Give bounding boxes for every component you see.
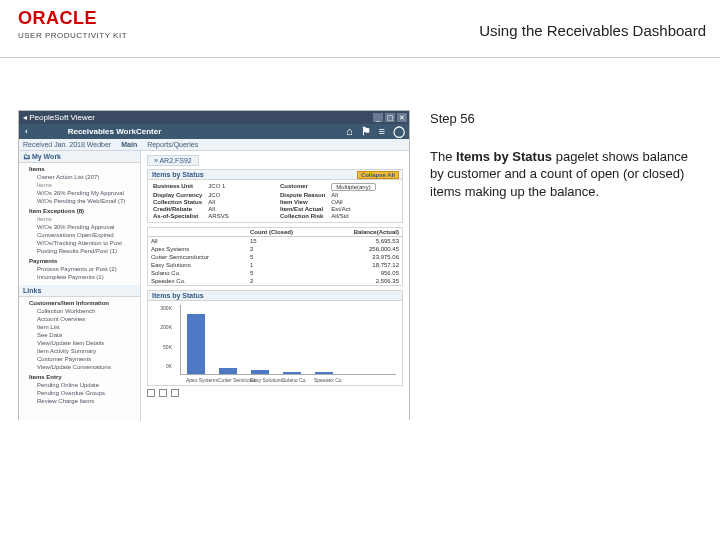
sidebar-item[interactable]: W/Os 30% Pending Approval — [29, 223, 136, 231]
sidebar-item[interactable]: Pending Online Update — [29, 381, 136, 389]
chart-x-label: Apex Systems — [186, 377, 204, 383]
home-icon[interactable]: ⌂ — [346, 125, 353, 138]
sidebar-item[interactable]: Item Exceptions (8) — [29, 207, 136, 215]
table-row: Apex Systems2256,000.45 — [148, 245, 402, 253]
minimize-icon[interactable]: _ — [373, 113, 383, 122]
sidebar-item[interactable]: Items Entry — [29, 373, 136, 381]
sidebar-item[interactable]: Item Activity Summary — [29, 347, 136, 355]
sidebar-item[interactable]: Items — [29, 165, 136, 173]
chart-bar — [219, 368, 237, 374]
chart-bar — [251, 370, 269, 374]
nav-tab-main[interactable]: Main — [121, 141, 137, 148]
sidebar-item[interactable]: W/Os 26% Pending My Approval — [29, 189, 136, 197]
sidebar-item[interactable]: Posting Results Pend/Post (1) — [29, 247, 136, 255]
sidebar-item[interactable]: Items — [29, 215, 136, 223]
status-table: Count (Closed) Balance(Actual) All155,69… — [148, 228, 402, 285]
instruction-text: The Items by Status pagelet shows balanc… — [430, 148, 700, 201]
left-nav: My Work Items Owner Action List (207) It… — [19, 151, 141, 421]
table-row: Speedex Co.22,506.35 — [148, 277, 402, 285]
chart-x-label: Speedex Co. — [314, 377, 332, 383]
sidebar-item[interactable]: Pending Overdue Groups — [29, 389, 136, 397]
chart-type-icon[interactable] — [171, 389, 179, 397]
chart-x-label: Cutter Semicond. — [218, 377, 236, 383]
chart-bar — [187, 314, 205, 374]
table-row: Solano Co.5956.05 — [148, 269, 402, 277]
menu-icon[interactable]: ≡ — [379, 125, 385, 138]
nav-context: Received Jan. 2018 Wedber — [23, 141, 111, 148]
sidebar-item[interactable]: Incomplete Payments (1) — [29, 273, 136, 281]
breadcrumb[interactable]: » AR2.FS92 — [147, 155, 199, 166]
sidebar-item[interactable]: View/Update Conversations — [29, 363, 136, 371]
brand-subtitle: USER PRODUCTIVITY KIT — [18, 31, 127, 40]
sidebar-item[interactable]: Review Charge Items — [29, 397, 136, 405]
back-button[interactable]: ‹ — [25, 127, 28, 136]
sidebar-item[interactable]: Owner Action List (207) — [29, 173, 136, 181]
chart-bar — [283, 372, 301, 374]
sidebar-item[interactable]: Process Payments or Post (2) — [29, 265, 136, 273]
nav-tab-reports[interactable]: Reports/Queries — [147, 141, 198, 148]
chart-x-label: Solano Co. — [282, 377, 300, 383]
chart-bar — [315, 372, 333, 374]
chart-title: Items by Status — [147, 290, 403, 300]
sidebar-item[interactable]: Customer Payments — [29, 355, 136, 363]
nav-mywork-header[interactable]: My Work — [19, 151, 140, 163]
step-label: Step 56 — [430, 110, 700, 128]
help-icon[interactable]: ◯ — [393, 125, 405, 138]
nav-links-header[interactable]: Links — [19, 285, 140, 297]
sidebar-item[interactable]: Customers/Item Information — [29, 299, 136, 307]
table-row: All155,695.53 — [148, 237, 402, 246]
brand-logo: ORACLE — [18, 8, 127, 29]
flag-icon[interactable]: ⚑ — [361, 125, 371, 138]
lesson-title: Using the Receivables Dashboard — [479, 22, 706, 39]
sidebar-item[interactable]: Collection Workbench — [29, 307, 136, 315]
embedded-screenshot: ◂ PeopleSoft Viewer _ ▢ ✕ ‹ Receivables … — [18, 110, 410, 420]
window-titlebar: ◂ PeopleSoft Viewer _ ▢ ✕ — [19, 111, 409, 124]
sidebar-item[interactable]: See Data — [29, 331, 136, 339]
sidebar-item[interactable]: Account Overview — [29, 315, 136, 323]
table-row: Easy Solutions118,757.12 — [148, 261, 402, 269]
sidebar-item[interactable]: Payments — [29, 257, 136, 265]
sidebar-item[interactable]: Conversations Open/Expired — [29, 231, 136, 239]
customer-dropdown[interactable]: Multiple(any) — [331, 183, 375, 191]
table-row: Cutter Semiconductor523,975.06 — [148, 253, 402, 261]
maximize-icon[interactable]: ▢ — [385, 113, 395, 122]
workcenter-title: Receivables WorkCenter — [68, 127, 162, 136]
sidebar-item[interactable]: W/Os/Tracking Attention to Post — [29, 239, 136, 247]
sidebar-item[interactable]: W/Os Pending the Web/Email (7) — [29, 197, 136, 205]
pagelet-title: Items by Status — [152, 171, 204, 178]
items-by-status-chart: 300K 200K 50K 0K Apex SystemsCutter Semi… — [147, 300, 403, 386]
sidebar-item[interactable]: Items — [29, 181, 136, 189]
collapse-all-button[interactable]: Collapse All — [357, 171, 399, 179]
chart-type-icon[interactable] — [159, 389, 167, 397]
chart-x-label: Easy Solutions — [250, 377, 268, 383]
close-icon[interactable]: ✕ — [397, 113, 407, 122]
sidebar-item[interactable]: Item List — [29, 323, 136, 331]
sidebar-item[interactable]: View/Update Item Details — [29, 339, 136, 347]
chart-type-icon[interactable] — [147, 389, 155, 397]
